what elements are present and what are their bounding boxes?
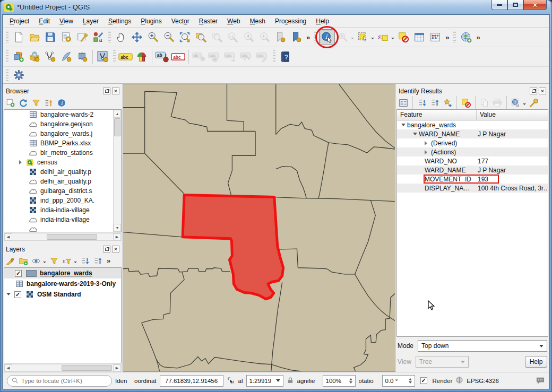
browser-item[interactable]: bangalore_wards.j xyxy=(4,129,121,138)
layer-item[interactable]: bangalore-wards-2019-3-Only xyxy=(4,278,121,289)
identify-row[interactable]: bangalore_wards xyxy=(397,120,548,129)
menu-item-help[interactable]: Help xyxy=(311,16,334,27)
layer-visibility-button[interactable] xyxy=(30,255,42,267)
expand-all-button[interactable] xyxy=(79,255,91,267)
crs-globe-icon[interactable] xyxy=(455,376,463,385)
toolbar-grip[interactable] xyxy=(6,31,8,43)
new-virtual-layer-button[interactable] xyxy=(74,49,90,65)
print-results-button[interactable] xyxy=(491,97,503,109)
new-bookmark-button[interactable] xyxy=(272,29,288,45)
expand-new-button[interactable] xyxy=(442,97,453,109)
label-rotate-gray-button[interactable]: abc xyxy=(239,49,255,65)
maximize-button[interactable] xyxy=(507,0,523,10)
browser-item[interactable]: BBMP_Parks.xlsx xyxy=(4,138,121,148)
identify-features-button[interactable]: i xyxy=(319,29,335,45)
coordinate-box[interactable]: 77.61839,12.91456 xyxy=(160,375,223,387)
layer-item[interactable]: ✓OSM Standard xyxy=(4,289,121,300)
toolbar-grip[interactable] xyxy=(314,31,317,43)
browser-item[interactable]: delhi_air_quality.p xyxy=(4,177,121,186)
layers-list[interactable]: ✓bangalore_wardsbangalore-wards-2019-3-O… xyxy=(4,267,122,363)
identify-results-tree[interactable]: bangalore_wardsWARD_NAMEJ P Nagar(Derive… xyxy=(396,120,548,337)
identify-row[interactable]: WARD_NAMEJ P Nagar xyxy=(397,129,548,138)
browser-item[interactable]: delhi_air_quality.p xyxy=(4,167,121,177)
clear-results-button[interactable] xyxy=(460,97,472,109)
scroll-up-icon[interactable]: ▲ xyxy=(114,110,121,118)
identify-row[interactable]: (Actions) xyxy=(397,147,548,156)
filter-browser-button[interactable] xyxy=(30,97,42,109)
collapse-tree-button[interactable] xyxy=(43,97,55,109)
identify-row[interactable]: (Derived) xyxy=(397,138,548,147)
deselect-features-button[interactable] xyxy=(395,29,411,45)
layer-item[interactable]: ✓bangalore_wards xyxy=(4,268,121,278)
rotation-spinbox[interactable]: 0.0 ° xyxy=(382,375,415,387)
new-shapefile-button[interactable] xyxy=(42,49,58,65)
zoom-next-button[interactable] xyxy=(256,29,272,45)
pan-map-button[interactable] xyxy=(113,29,129,45)
browser-hscrollbar[interactable]: ◀ ▶ xyxy=(4,233,122,241)
spinner-arrows-icon[interactable] xyxy=(409,377,412,385)
browser-float-button[interactable] xyxy=(103,88,110,94)
help-button[interactable]: Help xyxy=(525,356,547,368)
select-by-expression-button[interactable]: ε xyxy=(375,29,391,45)
hscroll-thumb[interactable] xyxy=(62,365,112,371)
magnifier-spinbox[interactable]: 100% xyxy=(323,375,356,387)
value-column-header[interactable]: Value xyxy=(477,110,548,120)
browser-vscrollbar[interactable]: ▲▼ xyxy=(113,110,121,232)
browser-item[interactable] xyxy=(4,224,121,232)
menu-item-plugins[interactable]: Plugins xyxy=(136,16,166,27)
chevron-down-icon[interactable] xyxy=(74,262,77,265)
toolbar-grip[interactable] xyxy=(6,50,8,63)
vscroll-thumb[interactable] xyxy=(114,118,120,136)
menu-item-view[interactable]: View xyxy=(55,16,78,27)
style-manager-button[interactable]: a xyxy=(90,29,106,45)
expander-open-icon[interactable] xyxy=(413,133,417,137)
processing-toolbox-button[interactable] xyxy=(11,67,27,83)
browser-item[interactable]: india-india-village xyxy=(4,205,121,215)
locate-search[interactable] xyxy=(7,375,112,387)
scroll-right-icon[interactable]: ▶ xyxy=(113,364,121,371)
menu-item-mesh[interactable]: Mesh xyxy=(245,16,270,27)
statistics-button[interactable] xyxy=(427,29,443,45)
layers-float-button[interactable] xyxy=(103,246,110,252)
layer-styling-button[interactable] xyxy=(5,255,16,267)
zoom-to-selection-button[interactable] xyxy=(209,29,225,45)
crs-value[interactable]: EPSG:4326 xyxy=(467,378,499,384)
toolbar-grip[interactable] xyxy=(453,31,456,43)
browser-item[interactable]: census xyxy=(4,158,121,167)
layers-close-button[interactable]: ✕ xyxy=(112,246,119,252)
lock-icon[interactable] xyxy=(287,377,294,385)
label-abc-button[interactable]: abc xyxy=(118,49,134,65)
new-project-button[interactable] xyxy=(11,29,27,45)
scroll-left-icon[interactable]: ◀ xyxy=(4,233,12,240)
settings-wrench-button[interactable] xyxy=(528,97,540,109)
label-visibility-gray-button[interactable]: abc xyxy=(207,49,223,65)
menu-item-settings[interactable]: Settings xyxy=(104,16,136,27)
attribute-table-button[interactable] xyxy=(411,29,427,45)
menu-item-raster[interactable]: Raster xyxy=(194,16,222,27)
layer-checkbox[interactable]: ✓ xyxy=(15,270,22,277)
expander-open-icon[interactable] xyxy=(6,293,11,298)
menu-item-processing[interactable]: Processing xyxy=(270,16,311,27)
metasearch-button[interactable] xyxy=(458,29,474,45)
expander-closed-icon[interactable] xyxy=(425,150,429,154)
scroll-down-icon[interactable]: ▼ xyxy=(114,224,121,232)
expander-closed-icon[interactable] xyxy=(425,141,429,145)
scroll-left-icon[interactable]: ◀ xyxy=(4,364,12,371)
chevron-down-icon[interactable] xyxy=(351,38,354,41)
menu-item-vector[interactable]: Vector xyxy=(167,16,194,27)
open-project-button[interactable] xyxy=(27,29,42,45)
copy-feature-button[interactable] xyxy=(479,97,490,109)
locate-input[interactable] xyxy=(20,377,100,385)
form-view-button[interactable] xyxy=(398,97,409,109)
label-edit-gray-button[interactable]: abc xyxy=(255,49,271,65)
data-source-manager-button[interactable] xyxy=(11,49,27,65)
close-button[interactable]: × xyxy=(523,0,547,10)
messages-bubble-icon[interactable] xyxy=(536,377,545,385)
expander-closed-icon[interactable] xyxy=(19,160,24,164)
label-move-gray-button[interactable]: abc xyxy=(223,49,239,65)
browser-item[interactable]: blr_metro_stations xyxy=(4,148,121,158)
zoom-in-button[interactable] xyxy=(145,29,161,45)
toolbar-grip[interactable] xyxy=(6,69,8,82)
new-gpkg-layer-button[interactable] xyxy=(95,49,111,65)
add-vector-layer-button[interactable] xyxy=(27,49,42,65)
